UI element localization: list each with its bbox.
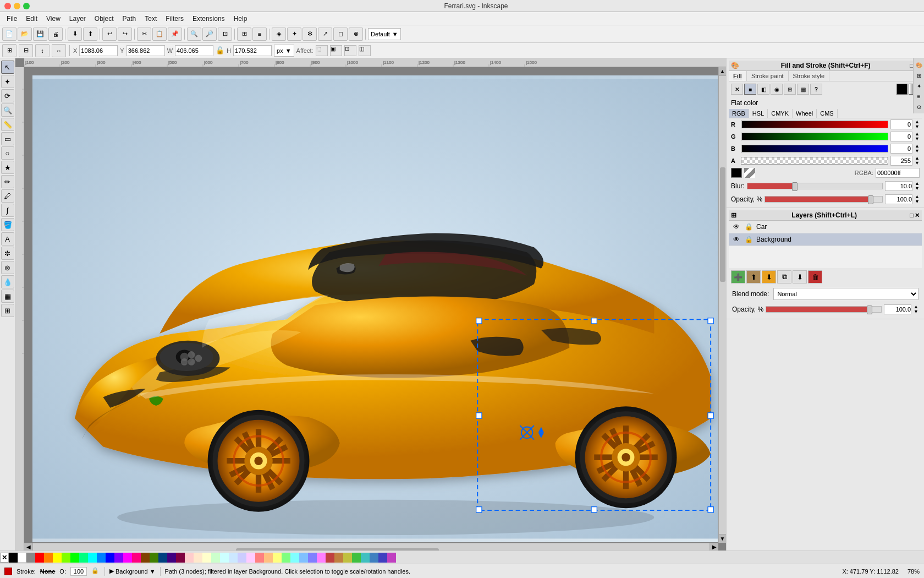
layers-close-button[interactable]: ✕ (915, 212, 920, 219)
mesh-tool[interactable]: ⊞ (1, 304, 14, 317)
color-swatch-olive[interactable] (150, 553, 158, 563)
zoom-tool[interactable]: 🔍 (1, 103, 14, 117)
color-swatch-peach[interactable] (194, 553, 202, 563)
color-swatch-sky[interactable] (97, 553, 106, 563)
lock-status-icon[interactable]: 🔒 (91, 567, 100, 576)
color-swatch-gray[interactable] (26, 553, 35, 563)
calligraphy-tool[interactable]: ∫ (1, 204, 14, 217)
color-swatch-darkorange[interactable] (334, 553, 343, 563)
color-swatch-cyan[interactable] (88, 553, 97, 563)
r-slider[interactable] (741, 121, 888, 128)
opacity-indicator-input[interactable] (70, 567, 87, 576)
connector-button[interactable]: ⊗ (349, 28, 363, 41)
blend-mode-select[interactable]: Normal Multiply Screen Overlay (773, 288, 919, 300)
b-input[interactable] (890, 144, 912, 154)
copy-button[interactable]: 📋 (152, 28, 167, 41)
b-down-button[interactable]: ▼ (915, 149, 920, 154)
fill-none-button[interactable]: ✕ (731, 84, 743, 95)
layer-lower-button[interactable]: ⬇ (793, 270, 807, 283)
g-input[interactable] (890, 132, 912, 141)
color-swatch-lightorange[interactable] (264, 553, 273, 563)
scroll-up-button[interactable]: ▲ (719, 67, 727, 76)
affect-btn-3[interactable]: ⊡ (344, 45, 356, 56)
color-swatch-violet[interactable] (114, 553, 123, 563)
r-input[interactable] (890, 119, 912, 129)
close-button[interactable] (4, 3, 11, 9)
layer-background-visibility[interactable]: 👁 (732, 235, 741, 244)
layers-detach-button[interactable]: □ (910, 212, 914, 219)
layer-car-lock[interactable]: 🔒 (744, 222, 753, 231)
w-input[interactable] (175, 45, 213, 56)
edge-btn-1[interactable]: 🎨 (915, 61, 923, 69)
spray-button[interactable]: ✼ (302, 28, 317, 41)
new-button[interactable]: 📄 (2, 28, 16, 41)
color-none-swatch[interactable]: ✕ (0, 553, 9, 563)
ctx-btn-3[interactable]: ↕ (35, 44, 50, 57)
layer-delete-button[interactable]: 🗑 (808, 270, 822, 283)
circle-tool[interactable]: ○ (1, 146, 14, 160)
text-tool[interactable]: A (1, 232, 14, 246)
color-swatch-darkcyan[interactable] (361, 553, 370, 563)
affect-btn-4[interactable]: ◫ (359, 45, 371, 56)
menu-filters[interactable]: Filters (161, 14, 188, 24)
g-down-button[interactable]: ▼ (915, 137, 920, 141)
layer-opacity-input[interactable] (884, 304, 911, 314)
menu-edit[interactable]: Edit (21, 14, 42, 24)
layer-add-button[interactable]: ➕ (731, 270, 745, 283)
edge-btn-2[interactable]: ⊞ (915, 71, 923, 80)
color-swatch-black[interactable] (9, 553, 18, 563)
fill-flat-button[interactable]: ■ (744, 84, 756, 95)
color-swatch-lightsky[interactable] (299, 553, 308, 563)
lock-aspect-icon[interactable]: 🔓 (216, 46, 224, 54)
r-down-button[interactable]: ▼ (915, 124, 920, 129)
fill-linear-button[interactable]: ◧ (757, 84, 769, 95)
ctx-btn-4[interactable]: ↔ (52, 44, 66, 57)
paint-bucket-tool[interactable]: 🪣 (1, 218, 14, 231)
color-swatch-green[interactable] (70, 553, 79, 563)
menu-file[interactable]: File (2, 14, 21, 24)
a-slider[interactable] (741, 157, 888, 165)
color-swatch-lightyellow2[interactable] (273, 553, 282, 563)
ctx-btn-1[interactable]: ⊞ (2, 44, 16, 57)
layer-opacity-thumb[interactable] (867, 306, 872, 314)
scroll-left-button[interactable]: ◀ (24, 543, 33, 551)
select-button[interactable]: ↗ (318, 28, 332, 41)
color-swatch-lightgreen[interactable] (211, 553, 220, 563)
color-swatch-darkpurple[interactable] (387, 553, 396, 563)
color-tab-cms[interactable]: CMS (817, 109, 837, 118)
color-tab-cmyk[interactable]: CMYK (768, 109, 793, 118)
color-swatch-lightlime[interactable] (282, 553, 290, 563)
color-tab-rgb[interactable]: RGB (729, 109, 749, 118)
color-tab-wheel[interactable]: Wheel (793, 109, 817, 118)
transform-button[interactable]: ⊞ (237, 28, 251, 41)
star-tool[interactable]: ★ (1, 161, 14, 174)
tweak-tool[interactable]: ⟳ (1, 89, 14, 102)
edge-btn-5[interactable]: ⊙ (915, 102, 923, 111)
canvas-area[interactable]: |100 |200 |300 |400 |500 |600 |700 |800 (15, 58, 726, 550)
scroll-right-button[interactable]: ▶ (710, 543, 718, 551)
layer-car[interactable]: 👁 🔒 Car (729, 221, 922, 233)
current-fill-swatch[interactable] (4, 568, 12, 575)
tab-stroke-style[interactable]: Stroke style (789, 71, 829, 81)
opacity-down-button[interactable]: ▼ (915, 199, 920, 204)
y-input[interactable] (127, 45, 165, 56)
color-swatch-darkblue[interactable] (370, 553, 378, 563)
dropper-tool[interactable]: 💧 (1, 275, 14, 288)
color-swatch-darkgreen[interactable] (352, 553, 361, 563)
opacity-slider-thumb[interactable] (868, 195, 873, 204)
scroll-down-button[interactable]: ▼ (719, 534, 727, 543)
color-swatch-lightcyan[interactable] (220, 553, 229, 563)
color-swatch-red[interactable] (35, 553, 44, 563)
pen-tool[interactable]: 🖊 (1, 189, 14, 203)
color-swatch-lavender[interactable] (238, 553, 246, 563)
connector-tool[interactable]: ⊗ (1, 261, 14, 274)
print-button[interactable]: 🖨 (48, 28, 63, 41)
color-swatch-lightpink[interactable] (185, 553, 194, 563)
color-swatch-lightyellow[interactable] (202, 553, 211, 563)
affect-btn-1[interactable]: ⬚ (316, 45, 328, 56)
tab-fill[interactable]: Fill (729, 71, 747, 81)
horizontal-scrollbar[interactable]: ◀ ▶ (24, 543, 718, 550)
color-swatch-magenta[interactable] (123, 553, 132, 563)
a-down-button[interactable]: ▼ (915, 161, 920, 166)
vertical-scrollbar[interactable]: ▲ ▼ (718, 67, 726, 543)
